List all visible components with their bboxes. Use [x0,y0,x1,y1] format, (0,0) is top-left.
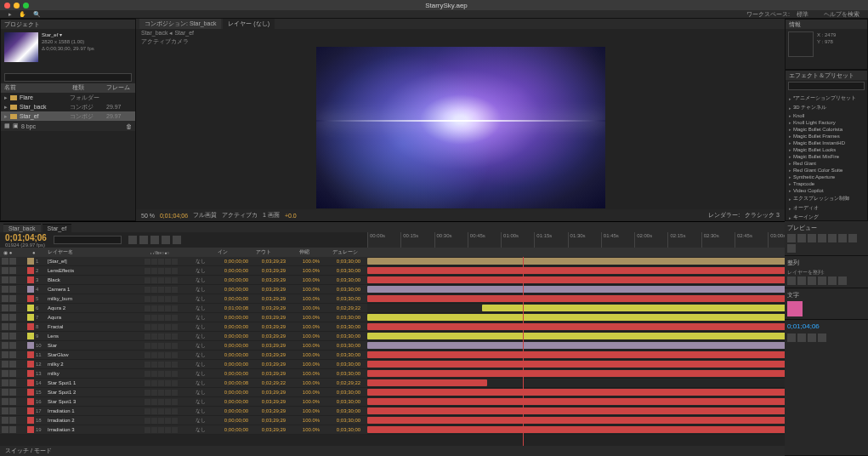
layer-row[interactable]: 7Aquraなし0;00;00;000;03;29;29100.0%0;03;3… [0,313,868,322]
project-item[interactable]: ▸Star_efコンポジ29.97 [1,111,135,121]
interpret-icon[interactable]: ▦ [4,123,10,129]
layer-row[interactable]: 15Star Spot1 2なし0;00;00;000;03;29;29100.… [0,388,868,397]
effect-category[interactable]: *アニメーションプリセット [787,94,865,103]
effect-category[interactable]: オーディオ [787,203,865,213]
effect-category[interactable]: Magic Bullet InstantHD [787,140,865,146]
project-item[interactable]: ▸Flareフォルダー [1,93,135,102]
layer-row[interactable]: 11StarGlowなし0;00;00;000;03;29;29100.0%0;… [0,351,868,360]
minimize-icon[interactable] [14,3,20,9]
project-search[interactable] [4,73,132,82]
project-tab[interactable]: プロジェクト [1,20,135,29]
fill-color-swatch[interactable] [787,301,803,316]
align-top-icon[interactable] [818,276,826,285]
comp-tab-main[interactable]: コンポジション: Star_back [139,18,221,29]
layer-row[interactable]: 2LensEffectsなし0;00;00;000;03;29;29100.0%… [0,266,868,276]
align-center-v-icon[interactable] [828,276,837,285]
graph-icon[interactable] [162,236,170,244]
mute-icon[interactable] [838,234,847,242]
playhead[interactable] [523,257,524,446]
renderer-value[interactable]: クラシック 3 [745,211,780,219]
effect-category[interactable]: Magic Bullet MisFire [787,153,865,160]
effect-category[interactable]: Red Giant Color Suite [787,167,865,174]
align-left-icon[interactable] [787,276,796,285]
layer-row[interactable]: 5milky_burnなし0;00;00;000;03;29;29100.0%0… [0,294,868,304]
col-in[interactable]: イン [204,248,241,256]
layer-row[interactable]: 13milkyなし0;00;00;000;03;29;29100.0%0;03;… [0,369,868,379]
paint-icon[interactable] [818,333,826,342]
effect-category[interactable]: Red Giant [787,160,865,167]
char-tab[interactable]: 文字 [787,291,865,299]
col-out[interactable]: アウト [245,248,282,256]
col-name[interactable]: 名前 [4,83,72,93]
view-layout[interactable]: 1 画面 [263,211,280,219]
first-frame-icon[interactable] [787,234,796,242]
align-bottom-icon[interactable] [838,276,847,285]
help-search[interactable]: ヘルプを検索 [824,10,859,19]
play-icon[interactable] [808,234,816,242]
layer-row[interactable]: 1[Star_ef]なし0;00;00;000;03;29;23100.0%0;… [0,257,868,266]
comp-viewer[interactable] [136,46,785,209]
comp-breadcrumb[interactable]: Star_back ◂ Star_ef [136,29,785,37]
effect-category[interactable]: エクスプレッション制御 [787,194,865,203]
effect-category[interactable]: キーイング [787,213,865,221]
effect-category[interactable]: 3D チャンネル [787,103,865,112]
frameblend-icon[interactable] [139,236,148,244]
zoom-dropdown[interactable]: 50 % [141,213,155,219]
col-type[interactable]: 種類 [72,83,106,93]
comp-time[interactable]: 0;01;04;06 [160,213,188,219]
layer-row[interactable]: 18Irradiation 2なし0;00;00;000;03;29;29100… [0,416,868,425]
workspace-value[interactable]: 標準 [797,10,808,19]
delete-icon[interactable]: 🗑 [126,123,132,129]
effects-search[interactable] [788,82,865,90]
layer-row[interactable]: 16Star Spot1 3なし0;00;00;000;03;29;29100.… [0,397,868,407]
timeline-tab-2[interactable]: Star_ef [43,224,72,232]
layer-row[interactable]: 8Fractalなし0;00;00;000;03;29;29100.0%0;03… [0,322,868,332]
align-center-h-icon[interactable] [797,276,806,285]
timeline-tab-1[interactable]: Star_back [3,224,41,232]
layer-row[interactable]: 19Irradiation 3なし0;00;00;000;03;29;29100… [0,425,868,435]
project-item[interactable]: ▸Star_backコンポジ29.97 [1,102,135,111]
last-frame-icon[interactable] [828,234,837,242]
effect-category[interactable]: Knoll Light Factory [787,119,865,126]
layer-row[interactable]: 6Aqura 2なし0;01;00;080;03;29;29100.0%0;02… [0,304,868,313]
toggle-switches[interactable]: スイッチ / モード [5,447,52,455]
loop-icon[interactable] [848,234,857,242]
effects-tab[interactable]: エフェクト＆プリセット [786,71,867,80]
layer-row[interactable]: 4Camera 1なし0;00;00;000;03;29;29100.0%0;0… [0,285,868,294]
tracker-icon[interactable] [808,333,816,342]
effect-category[interactable]: Video Copilot [787,187,865,194]
effect-category[interactable]: Magic Bullet Looks [787,146,865,153]
layer-row[interactable]: 17Irradiation 1なし0;00;00;000;03;29;29100… [0,407,868,416]
layer-row[interactable]: 3Blackなし0;00;00;000;03;29;29100.0%0;03;3… [0,276,868,285]
timeline-timecode[interactable]: 0;01;04;06 [5,233,47,242]
resolution-dropdown[interactable]: フル画質 [193,211,217,219]
smoother-icon[interactable] [797,333,806,342]
close-icon[interactable] [4,3,10,9]
col-duration[interactable]: デュレーシ [326,248,364,256]
next-frame-icon[interactable] [818,234,826,242]
layer-bar[interactable] [367,379,487,386]
bpc-toggle[interactable]: 8 bpc [21,123,36,129]
tool-selection[interactable]: ▸ [9,11,12,18]
maximize-icon[interactable] [23,3,29,9]
info-tab[interactable]: 情報 [786,20,867,29]
motionblur-icon[interactable] [150,236,159,244]
tool-hand[interactable]: ✋ [19,11,26,18]
col-stretch[interactable]: 伸縮 [286,248,323,256]
layer-row[interactable]: 10Starなし0;00;00;000;03;29;29100.0%0;03;3… [0,341,868,351]
prev-frame-icon[interactable] [797,234,806,242]
camera-dropdown[interactable]: アクティブカ [222,211,258,219]
timeline-search[interactable] [54,236,122,244]
effect-category[interactable]: Magic Bullet Frames [787,133,865,140]
layer-row[interactable]: 9Lensなし0;00;00;000;03;29;29100.0%0;03;30… [0,332,868,341]
new-comp-icon[interactable]: ▣ [13,123,19,129]
align-right-icon[interactable] [808,276,816,285]
effect-category[interactable]: Trapcode [787,180,865,187]
preview-tab[interactable]: プレビュー [787,224,865,232]
col-layername[interactable]: レイヤー名 [48,248,146,256]
align-tab[interactable]: 整列 [787,259,865,267]
effect-category[interactable]: Magic Bullet Colorista [787,126,865,133]
brainstorm-icon[interactable] [173,236,181,244]
col-fps[interactable]: フレーム [106,83,132,93]
effect-category[interactable]: Synthetic Aperture [787,174,865,180]
